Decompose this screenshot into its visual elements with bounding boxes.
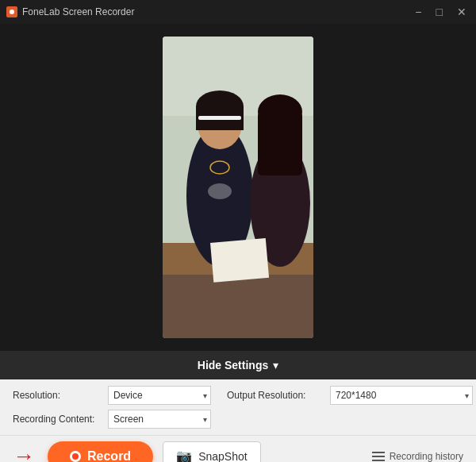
recording-content-select-wrapper[interactable]: Screen Camera Game (108, 410, 211, 429)
resolution-label: Resolution: (13, 390, 100, 401)
svg-rect-12 (258, 112, 302, 175)
window-controls: − □ ✕ (412, 5, 470, 19)
record-button[interactable]: Record (48, 441, 153, 463)
svg-point-0 (10, 10, 14, 14)
snapshot-label: SnapShot (198, 450, 248, 463)
resolution-row: Resolution: Device Custom Output Resolut… (13, 386, 463, 405)
restore-button[interactable]: □ (433, 5, 446, 19)
settings-panel: Resolution: Device Custom Output Resolut… (0, 379, 476, 435)
chevron-down-icon: ▾ (273, 359, 278, 372)
resolution-select[interactable]: Device Custom (108, 386, 211, 405)
recording-content-select[interactable]: Screen Camera Game (108, 410, 211, 429)
menu-icon (372, 452, 385, 461)
svg-point-15 (208, 183, 232, 199)
close-button[interactable]: ✕ (454, 5, 470, 19)
svg-rect-16 (198, 116, 241, 120)
recording-history-button[interactable]: Recording history (372, 451, 463, 462)
output-resolution-select[interactable]: 720*1480 1080*1920 480*854 (330, 386, 473, 405)
phone-preview (163, 37, 313, 338)
recording-content-label: Recording Content: (13, 414, 100, 425)
minimize-button[interactable]: − (412, 5, 424, 19)
snapshot-button[interactable]: 📷 SnapShot (163, 441, 261, 463)
action-bar: → Record 📷 SnapShot Recording history (0, 435, 476, 462)
title-bar: FoneLab Screen Recorder − □ ✕ (0, 0, 476, 24)
record-label: Record (87, 449, 131, 463)
output-resolution-select-wrapper[interactable]: 720*1480 1080*1920 480*854 (330, 386, 473, 405)
history-label: Recording history (390, 451, 463, 462)
svg-rect-13 (210, 238, 269, 283)
preview-area (0, 24, 476, 351)
output-resolution-label: Output Resolution: (227, 390, 322, 401)
preview-image (163, 37, 313, 338)
arrow-right-icon: → (13, 445, 35, 463)
app-title: FoneLab Screen Recorder (22, 6, 134, 17)
record-dot-icon (70, 451, 81, 462)
recording-content-row: Recording Content: Screen Camera Game (13, 410, 463, 429)
title-bar-left: FoneLab Screen Recorder (6, 6, 134, 17)
resolution-select-wrapper[interactable]: Device Custom (108, 386, 211, 405)
hide-settings-bar[interactable]: Hide Settings ▾ (0, 351, 476, 379)
hide-settings-label: Hide Settings (198, 359, 268, 372)
app-icon (6, 6, 17, 17)
camera-icon: 📷 (176, 449, 192, 462)
